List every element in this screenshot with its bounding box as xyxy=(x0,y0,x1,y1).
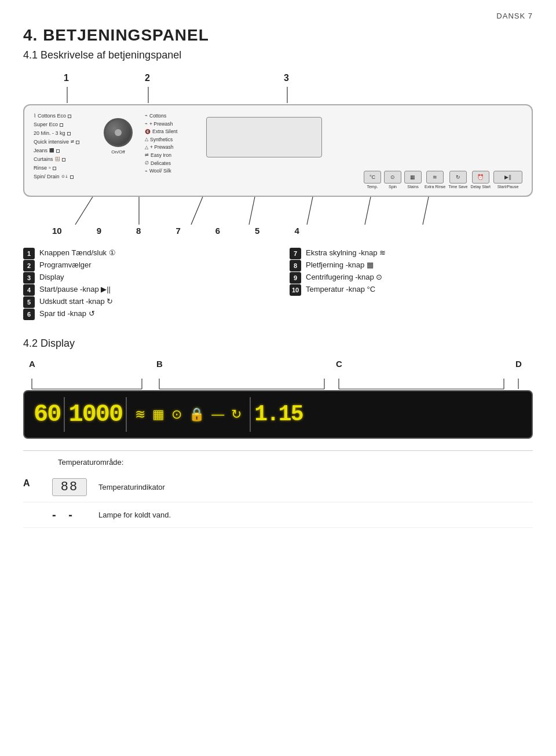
temp-btn-box[interactable]: °C xyxy=(364,171,381,184)
svg-line-9 xyxy=(423,197,429,225)
seg-dashes: - - xyxy=(52,508,87,522)
temp-button[interactable]: °C Temp. xyxy=(364,171,381,189)
prog-super-eco: Super Eco xyxy=(34,121,92,129)
section-42-title: 4.2 Display xyxy=(23,337,533,350)
legend-item-4: 4 Start/pause -knap ▶|| xyxy=(23,284,266,296)
start-pause-button[interactable]: ▶|| Start/Pause xyxy=(493,171,522,189)
bottom-num-9: 9 xyxy=(97,226,101,236)
prog-dot-2 xyxy=(60,123,63,127)
prog-dot-7 xyxy=(53,167,56,170)
display-box xyxy=(206,117,322,157)
temp-indicator-label: Temperaturindikator xyxy=(98,483,165,491)
legend-item-9: 9 Centrifugering -knap ⊙ xyxy=(290,271,533,284)
prog-20min: 20 Min. - 3 kg xyxy=(34,130,92,138)
segment-a: 60 xyxy=(34,402,60,427)
time-save-button[interactable]: ↻ Time Save xyxy=(448,171,467,189)
abcd-connector-lines xyxy=(23,376,533,390)
seg-icon-lock: 🔒 xyxy=(189,407,204,422)
bottom-num-8: 8 xyxy=(136,226,141,236)
control-buttons-section: °C Temp. ⊙ Spin ▦ Stains ≋ Extra Rinse ↻ xyxy=(364,171,522,189)
bottom-row-a-content: 88 Temperaturindikator xyxy=(52,478,533,496)
prog-curtains: Curtains 🪟 xyxy=(34,156,92,164)
bottom-label-a: A xyxy=(23,478,41,489)
icon-extra-silent: 🔇 Extra Silent xyxy=(145,128,197,136)
prog-dot-4 xyxy=(76,141,79,144)
svg-line-5 xyxy=(191,197,203,225)
extra-rinse-btn-box[interactable]: ≋ xyxy=(426,171,444,184)
machine-panel: ⌇ Cottons Eco Super Eco 20 Min. - 3 kg Q… xyxy=(23,104,533,197)
prog-dot-5 xyxy=(56,149,60,153)
prog-dot-8 xyxy=(70,175,74,179)
bottom-row-dashes-content: - - Lampe for koldt vand. xyxy=(52,508,533,522)
extra-rinse-button[interactable]: ≋ Extra Rinse xyxy=(425,171,445,189)
legend-item-5: 5 Udskudt start -knap ↻ xyxy=(23,296,266,308)
legend-item-7: 7 Ekstra skylning -knap ≋ xyxy=(290,247,533,259)
program-dial[interactable] xyxy=(104,118,133,147)
panel-wrapper: 1 2 3 ⌇ Cottons Eco Super Eco 20 Min. - … xyxy=(23,73,533,236)
prog-dot-1 xyxy=(68,115,71,118)
legend-item-2: 2 Programvælger xyxy=(23,259,266,271)
bottom-num-6: 6 xyxy=(215,226,220,236)
legend-left: 1 Knappen Tænd/sluk ① 2 Programvælger 3 … xyxy=(23,247,266,320)
seg-divider-3 xyxy=(250,397,251,432)
label-D: D xyxy=(515,359,522,369)
bottom-numbers-row: 10 9 8 7 6 5 4 xyxy=(23,226,533,236)
display-panel: 60 1000 ≋ ▦ ⊙ 🔒 ― ↻ 1.15 xyxy=(23,390,533,439)
seg-digit-115: 1.15 xyxy=(254,403,302,425)
top-num-3: 3 xyxy=(284,73,289,83)
bottom-num-7: 7 xyxy=(175,226,180,236)
bottom-row-a: A 88 Temperaturindikator xyxy=(23,472,533,502)
icon-easy-iron: ⇌ Easy Iron xyxy=(145,152,197,160)
seg-icon-stains: ▦ xyxy=(152,407,164,422)
prog-jeans: Jeans ⬛ xyxy=(34,147,92,155)
segment-d: 1.15 xyxy=(254,403,302,425)
prog-rinse: Rinse ≈ xyxy=(34,164,92,173)
segment-b: 1000 xyxy=(68,402,122,427)
abcd-labels-row: A B C D xyxy=(23,359,533,374)
label-B: B xyxy=(156,359,163,369)
legend-item-10: 10 Temperatur -knap °C xyxy=(290,284,533,296)
svg-line-8 xyxy=(365,197,371,225)
legend-section: 1 Knappen Tænd/sluk ① 2 Programvælger 3 … xyxy=(23,247,533,320)
label-C: C xyxy=(336,359,342,369)
top-connector-lines xyxy=(23,87,533,104)
seg-icon-waves: ≋ xyxy=(135,407,145,422)
seg-icon-minus: ― xyxy=(211,407,224,422)
seg-digit-60: 60 xyxy=(34,402,60,427)
bottom-num-5: 5 xyxy=(255,226,259,236)
program-list: ⌇ Cottons Eco Super Eco 20 Min. - 3 kg Q… xyxy=(34,112,92,182)
stains-btn-box[interactable]: ▦ xyxy=(404,171,422,184)
top-num-1: 1 xyxy=(64,73,69,83)
delay-start-btn-box[interactable]: ⏰ xyxy=(472,171,489,184)
spin-btn-box[interactable]: ⊙ xyxy=(384,171,401,184)
cottons-eco-icon: ⌇ xyxy=(34,112,36,120)
prog-quick: Quick intensive ⇌ xyxy=(34,138,92,146)
label-A: A xyxy=(29,359,35,369)
start-pause-btn-box[interactable]: ▶|| xyxy=(493,171,522,184)
prog-cottons-eco: ⌇ Cottons Eco xyxy=(34,112,92,120)
icon-prewash-2: △ + Prewash xyxy=(145,144,197,152)
prog-dot-3 xyxy=(67,132,71,135)
seg-icon-spin: ⊙ xyxy=(171,407,182,422)
icon-synthetics: △ Synthetics xyxy=(145,136,197,144)
icon-wool-silk: ⌁ Wool/ Silk xyxy=(145,167,197,175)
segment-c-icons: ≋ ▦ ⊙ 🔒 ― ↻ xyxy=(130,407,246,422)
page-header: DANSK 7 xyxy=(23,12,533,20)
legend-item-1: 1 Knappen Tænd/sluk ① xyxy=(23,247,266,259)
svg-line-7 xyxy=(307,197,313,225)
stains-button[interactable]: ▦ Stains xyxy=(404,171,422,189)
seg-divider-2 xyxy=(126,397,127,432)
bottom-section: Temperaturområde: A 88 Temperaturindikat… xyxy=(23,450,533,528)
svg-line-3 xyxy=(75,197,93,225)
time-save-btn-box[interactable]: ↻ xyxy=(449,171,467,184)
spin-button[interactable]: ⊙ Spin xyxy=(384,171,401,189)
dial-section: On/Off xyxy=(101,118,136,155)
icon-prewash-1: ⌁ + Prewash xyxy=(145,120,197,129)
sub-title: 4.1 Beskrivelse af betjeningspanel xyxy=(23,49,533,61)
delay-start-button[interactable]: ⏰ Delay Start xyxy=(470,171,491,189)
seg-88: 88 xyxy=(52,478,87,496)
svg-line-6 xyxy=(249,197,255,225)
top-labels-row: 1 2 3 xyxy=(23,73,533,87)
prog-dot-6 xyxy=(62,158,65,162)
legend-item-8: 8 Pletfjerning -knap ▦ xyxy=(290,259,533,271)
